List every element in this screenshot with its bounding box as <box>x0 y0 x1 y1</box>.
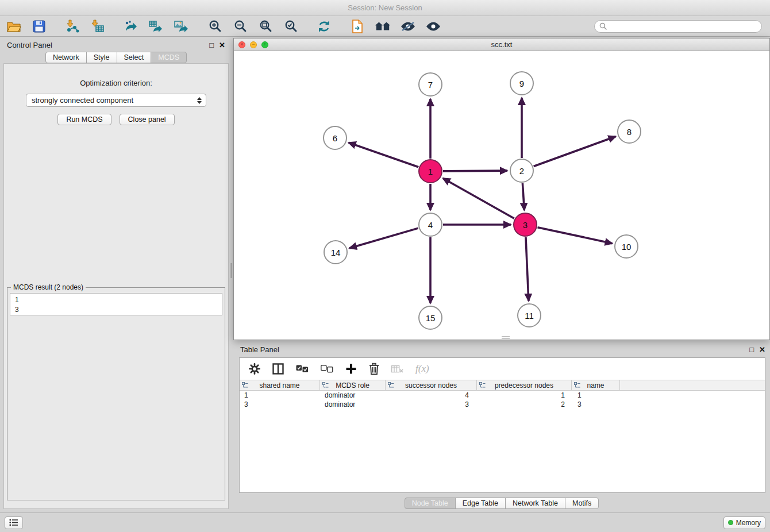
export-network-icon[interactable] <box>123 18 139 34</box>
network-overview-icon[interactable] <box>375 18 391 34</box>
optimization-criterion-label: Optimization criterion: <box>80 79 152 87</box>
search-box[interactable] <box>594 20 762 33</box>
mcds-result-title: MCDS result (2 nodes) <box>11 283 86 291</box>
graph-node-1[interactable]: 1 <box>418 159 442 183</box>
zoom-in-icon[interactable] <box>207 18 223 34</box>
table-cell-filler <box>620 400 765 409</box>
column-header-shared-name[interactable]: shared name <box>240 380 320 390</box>
column-header-mcds-role[interactable]: MCDS role <box>320 380 386 390</box>
search-input[interactable] <box>610 22 757 30</box>
graph-node-4[interactable]: 4 <box>418 213 442 237</box>
open-session-icon[interactable] <box>6 18 22 34</box>
import-table-file-icon[interactable] <box>90 18 106 34</box>
sort-icon[interactable] <box>388 382 394 390</box>
show-columns-icon[interactable] <box>272 363 284 375</box>
graph-node-8[interactable]: 8 <box>617 119 641 144</box>
graph-node-10[interactable]: 10 <box>614 234 638 259</box>
maximize-window-icon[interactable]: + <box>261 41 268 48</box>
table-header-row: shared nameMCDS rolesuccessor nodesprede… <box>240 380 765 391</box>
table-cell[interactable]: dominator <box>320 391 386 400</box>
table-tab-node-table[interactable]: Node Table <box>405 498 456 509</box>
graph-node-6[interactable]: 6 <box>323 126 347 150</box>
column-header-filler <box>620 380 765 390</box>
close-window-icon[interactable]: × <box>238 41 245 48</box>
run-mcds-button[interactable]: Run MCDS <box>57 114 111 125</box>
control-panel-header: Control Panel □ ✕ <box>2 38 230 52</box>
graph-node-3[interactable]: 3 <box>513 213 537 237</box>
select-all-icon[interactable] <box>296 365 309 373</box>
hide-graphics-details-icon[interactable] <box>400 18 416 34</box>
table-row[interactable]: 1dominator411 <box>240 391 765 400</box>
graph-node-14[interactable]: 14 <box>324 240 348 264</box>
export-image-icon[interactable] <box>174 18 190 34</box>
window-resize-handle[interactable] <box>502 336 510 339</box>
criterion-select[interactable]: strongly connected component <box>26 94 206 107</box>
task-history-button[interactable] <box>5 516 23 529</box>
table-cell[interactable]: 1 <box>572 391 620 400</box>
zoom-out-icon[interactable] <box>232 18 248 34</box>
mcds-result-list[interactable]: 13 <box>10 293 222 315</box>
delete-table-icon[interactable] <box>391 364 403 373</box>
export-document-icon[interactable] <box>349 18 365 34</box>
memory-button[interactable]: Memory <box>723 516 765 529</box>
graph-node-11[interactable]: 11 <box>517 303 541 327</box>
control-panel-title: Control Panel <box>7 41 52 49</box>
sort-icon[interactable] <box>322 382 329 390</box>
close-panel-icon[interactable]: ✕ <box>219 41 225 49</box>
import-network-file-icon[interactable] <box>64 18 80 34</box>
column-header-predecessor-nodes[interactable]: predecessor nodes <box>477 380 572 390</box>
sort-icon[interactable] <box>242 382 248 390</box>
table-cell[interactable]: 3 <box>572 400 620 409</box>
table-cell[interactable]: 3 <box>386 400 477 409</box>
table-tab-edge-table[interactable]: Edge Table <box>455 498 506 509</box>
table-settings-gear-icon[interactable] <box>249 363 260 375</box>
graph-node-15[interactable]: 15 <box>418 306 442 330</box>
window-titlebar[interactable]: Session: New Session <box>0 0 770 16</box>
column-header-name[interactable]: name <box>572 380 620 390</box>
function-builder-icon[interactable]: f(x) <box>415 363 429 375</box>
sort-icon[interactable] <box>479 382 486 390</box>
table-cell[interactable]: dominator <box>320 400 386 409</box>
graph-node-2[interactable]: 2 <box>510 159 534 183</box>
table-cell[interactable]: 1 <box>240 391 320 400</box>
close-panel-button[interactable]: Close panel <box>120 114 175 125</box>
table-row[interactable]: 3dominator323 <box>240 400 765 409</box>
search-icon <box>599 22 607 30</box>
control-tab-mcds[interactable]: MCDS <box>151 52 187 63</box>
control-tab-network[interactable]: Network <box>45 52 87 63</box>
table-tab-network-table[interactable]: Network Table <box>505 498 565 509</box>
delete-column-trash-icon[interactable] <box>369 363 379 375</box>
export-table-icon[interactable] <box>148 18 164 34</box>
save-session-icon[interactable] <box>31 18 47 34</box>
table-cell[interactable]: 1 <box>477 391 572 400</box>
minimize-window-icon[interactable]: − <box>250 41 257 48</box>
mcds-panel-body: Optimization criterion: strongly connect… <box>3 63 229 509</box>
sort-icon[interactable] <box>574 382 580 390</box>
export-tool-group <box>123 18 190 34</box>
deselect-all-icon[interactable] <box>321 365 333 373</box>
float-panel-icon[interactable]: □ <box>209 41 214 49</box>
zoom-fit-icon[interactable] <box>257 18 274 34</box>
zoom-selected-icon[interactable] <box>283 18 299 34</box>
graph-node-7[interactable]: 7 <box>418 72 442 97</box>
control-tab-style[interactable]: Style <box>86 52 117 63</box>
column-header-label: successor nodes <box>405 381 457 390</box>
network-window-titlebar[interactable]: scc.txt × − + <box>234 38 769 51</box>
panel-splitter-handle[interactable] <box>230 263 232 278</box>
float-table-panel-icon[interactable]: □ <box>749 346 754 353</box>
close-table-panel-icon[interactable]: ✕ <box>759 346 765 353</box>
table-tab-motifs[interactable]: Motifs <box>565 498 599 509</box>
table-cell[interactable]: 4 <box>386 391 477 400</box>
apply-layout-icon[interactable] <box>316 18 332 34</box>
control-tab-select[interactable]: Select <box>117 52 152 63</box>
column-header-label: predecessor nodes <box>495 381 553 390</box>
show-graphics-details-icon[interactable] <box>425 18 441 34</box>
network-canvas[interactable]: 7968124314101511 <box>234 51 769 340</box>
table-cell[interactable]: 2 <box>477 400 572 409</box>
task-list-icon <box>9 519 18 526</box>
table-cell[interactable]: 3 <box>240 400 320 409</box>
graph-node-9[interactable]: 9 <box>510 71 534 95</box>
add-column-icon[interactable] <box>345 363 357 375</box>
node-table-container: f(x) shared nameMCDS rolesuccessor nodes… <box>239 357 765 493</box>
column-header-successor-nodes[interactable]: successor nodes <box>386 380 477 390</box>
